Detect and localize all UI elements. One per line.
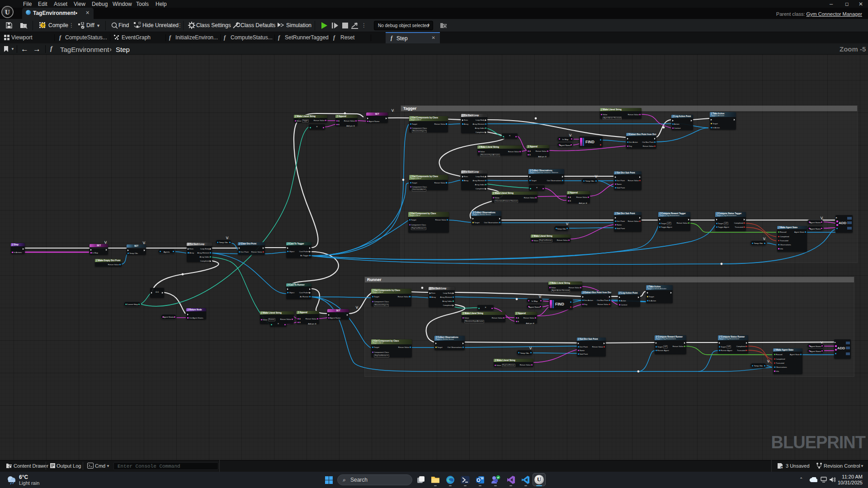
svg-text:★: ★ [780,466,783,469]
svg-text:?: ? [42,23,44,28]
